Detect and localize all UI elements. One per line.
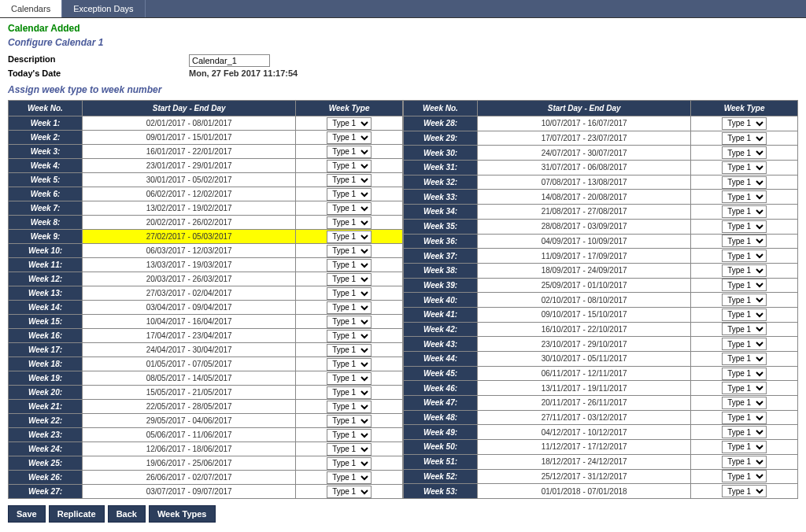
week-type-select[interactable]: Type 1 xyxy=(327,259,372,272)
week-type-select[interactable]: Type 1 xyxy=(722,190,767,203)
week-type-select[interactable]: Type 1 xyxy=(722,426,767,438)
table-row: Week 12:20/03/2017 - 26/03/2017Type 1 xyxy=(9,272,403,286)
week-date-range: 01/01/2018 - 07/01/2018 xyxy=(477,484,690,499)
week-type-select[interactable]: Type 1 xyxy=(327,287,372,300)
week-type-select[interactable]: Type 1 xyxy=(327,358,372,371)
table-row: Week 35:28/08/2017 - 03/09/2017Type 1 xyxy=(404,219,798,234)
week-label: Week 5: xyxy=(9,173,83,187)
table-row: Week 9:27/02/2017 - 05/03/2017Type 1 xyxy=(9,230,403,244)
week-types-button[interactable]: Week Types xyxy=(149,505,216,523)
week-type-select[interactable]: Type 1 xyxy=(722,117,767,130)
week-type-select[interactable]: Type 1 xyxy=(722,368,767,380)
week-type-select[interactable]: Type 1 xyxy=(722,161,767,174)
table-row: Week 2:09/01/2017 - 15/01/2017Type 1 xyxy=(9,131,403,145)
week-type-select[interactable]: Type 1 xyxy=(327,330,372,342)
week-type-select[interactable]: Type 1 xyxy=(327,160,372,172)
week-date-range: 07/08/2017 - 13/08/2017 xyxy=(477,175,690,190)
week-type-select[interactable]: Type 1 xyxy=(722,235,767,247)
week-label: Week 4: xyxy=(9,159,83,173)
back-button[interactable]: Back xyxy=(108,505,146,523)
table-row: Week 25:19/06/2017 - 25/06/2017Type 1 xyxy=(9,456,403,471)
week-type-select[interactable]: Type 1 xyxy=(327,386,372,399)
table-row: Week 36:04/09/2017 - 10/09/2017Type 1 xyxy=(404,234,798,249)
week-type-select[interactable]: Type 1 xyxy=(722,308,767,321)
week-type-select[interactable]: Type 1 xyxy=(722,412,767,424)
table-row: Week 41:09/10/2017 - 15/10/2017Type 1 xyxy=(404,307,798,322)
week-type-select[interactable]: Type 1 xyxy=(327,202,372,215)
week-date-range: 08/05/2017 - 14/05/2017 xyxy=(82,371,295,386)
week-date-range: 17/07/2017 - 23/07/2017 xyxy=(477,131,690,146)
week-label: Week 30: xyxy=(404,146,478,161)
week-label: Week 2: xyxy=(9,131,83,145)
week-type-select[interactable]: Type 1 xyxy=(327,245,372,257)
week-type-select[interactable]: Type 1 xyxy=(722,132,767,145)
week-type-select[interactable]: Type 1 xyxy=(722,456,767,468)
week-type-select[interactable]: Type 1 xyxy=(722,205,767,218)
week-type-select[interactable]: Type 1 xyxy=(722,353,767,365)
week-type-select[interactable]: Type 1 xyxy=(327,131,372,144)
week-type-select[interactable]: Type 1 xyxy=(327,471,372,484)
week-type-select[interactable]: Type 1 xyxy=(722,441,767,453)
tab-exception-days[interactable]: Exception Days xyxy=(62,0,145,17)
week-type-select[interactable]: Type 1 xyxy=(327,486,372,498)
week-type-select[interactable]: Type 1 xyxy=(327,429,372,441)
week-date-range: 16/10/2017 - 22/10/2017 xyxy=(477,322,690,337)
week-type-select[interactable]: Type 1 xyxy=(722,249,767,262)
week-type-cell: Type 1 xyxy=(296,159,403,173)
week-type-select[interactable]: Type 1 xyxy=(722,382,767,394)
week-type-select[interactable]: Type 1 xyxy=(722,176,767,189)
week-type-select[interactable]: Type 1 xyxy=(722,485,767,497)
week-type-select[interactable]: Type 1 xyxy=(327,372,372,385)
week-type-select[interactable]: Type 1 xyxy=(327,146,372,158)
week-label: Week 16: xyxy=(9,329,83,343)
description-input[interactable] xyxy=(189,54,270,67)
week-date-range: 10/04/2017 - 16/04/2017 xyxy=(82,315,295,329)
table-row: Week 42:16/10/2017 - 22/10/2017Type 1 xyxy=(404,322,798,337)
week-type-select[interactable]: Type 1 xyxy=(327,216,372,229)
week-type-cell: Type 1 xyxy=(296,173,403,187)
week-type-cell: Type 1 xyxy=(296,131,403,145)
week-type-select[interactable]: Type 1 xyxy=(327,401,372,413)
week-label: Week 13: xyxy=(9,286,83,301)
week-label: Week 31: xyxy=(404,161,478,175)
week-label: Week 11: xyxy=(9,258,83,272)
week-type-select[interactable]: Type 1 xyxy=(327,457,372,470)
week-type-select[interactable]: Type 1 xyxy=(327,174,372,187)
week-date-range: 11/09/2017 - 17/09/2017 xyxy=(477,249,690,264)
week-type-select[interactable]: Type 1 xyxy=(722,220,767,233)
week-type-select[interactable]: Type 1 xyxy=(327,316,372,328)
week-type-select[interactable]: Type 1 xyxy=(327,301,372,314)
week-label: Week 39: xyxy=(404,278,478,293)
week-type-select[interactable]: Type 1 xyxy=(327,344,372,357)
week-type-cell: Type 1 xyxy=(691,161,798,175)
table-row: Week 52:25/12/2017 - 31/12/2017Type 1 xyxy=(404,469,798,484)
week-type-cell: Type 1 xyxy=(296,230,403,244)
week-type-select[interactable]: Type 1 xyxy=(327,188,372,201)
week-type-select[interactable]: Type 1 xyxy=(722,279,767,291)
week-type-select[interactable]: Type 1 xyxy=(722,397,767,409)
week-type-select[interactable]: Type 1 xyxy=(722,338,767,350)
week-type-select[interactable]: Type 1 xyxy=(327,443,372,456)
week-type-select[interactable]: Type 1 xyxy=(327,231,372,243)
week-date-range: 11/12/2017 - 17/12/2017 xyxy=(477,440,690,455)
week-date-range: 21/08/2017 - 27/08/2017 xyxy=(477,205,690,220)
week-type-select[interactable]: Type 1 xyxy=(327,117,372,130)
week-date-range: 31/07/2017 - 06/08/2017 xyxy=(477,161,690,175)
tab-calendars[interactable]: Calendars xyxy=(0,0,62,17)
week-type-select[interactable]: Type 1 xyxy=(722,323,767,335)
week-type-select[interactable]: Type 1 xyxy=(327,273,372,286)
week-date-range: 13/03/2017 - 19/03/2017 xyxy=(82,258,295,272)
table-row: Week 38:18/09/2017 - 24/09/2017Type 1 xyxy=(404,263,798,278)
week-type-select[interactable]: Type 1 xyxy=(327,415,372,427)
save-button[interactable]: Save xyxy=(8,505,46,523)
week-type-cell: Type 1 xyxy=(691,440,798,455)
week-type-select[interactable]: Type 1 xyxy=(722,146,767,159)
week-type-select[interactable]: Type 1 xyxy=(722,470,767,482)
week-date-range: 26/06/2017 - 02/07/2017 xyxy=(82,471,295,485)
week-type-select[interactable]: Type 1 xyxy=(722,264,767,277)
week-type-select[interactable]: Type 1 xyxy=(722,294,767,306)
todays-date-label: Today's Date xyxy=(8,68,189,78)
week-date-range: 25/09/2017 - 01/10/2017 xyxy=(477,278,690,293)
tab-bar: Calendars Exception Days xyxy=(0,0,806,18)
replicate-button[interactable]: Replicate xyxy=(49,505,105,523)
